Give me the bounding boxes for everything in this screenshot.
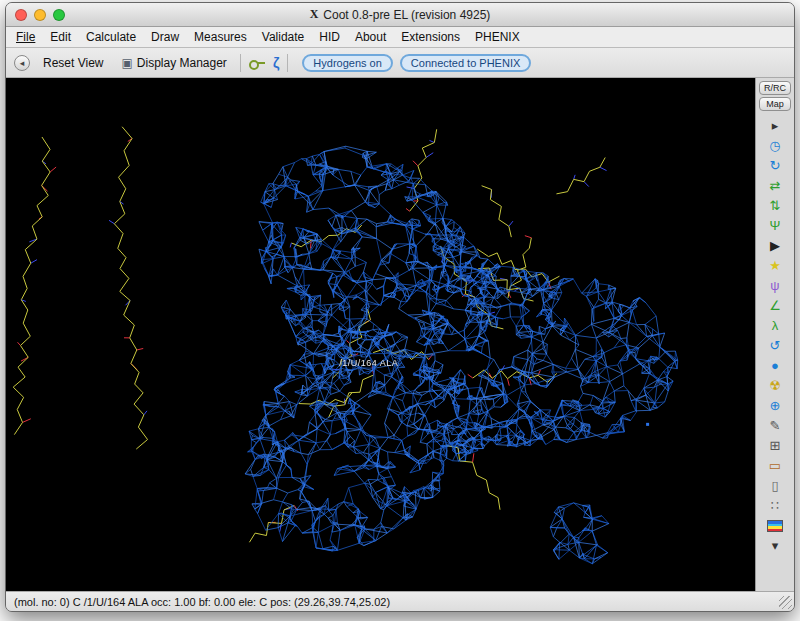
status-text: (mol. no: 0) C /1/U/164 ALA occ: 1.00 bf… bbox=[14, 596, 390, 608]
trash-icon[interactable]: ▯ bbox=[763, 476, 787, 495]
pencil-icon[interactable]: ✎ bbox=[763, 416, 787, 435]
menu-bar: FileEditCalculateDrawMeasuresValidateHID… bbox=[6, 27, 794, 48]
angle-icon[interactable]: ∠ bbox=[763, 296, 787, 315]
reset-view-button[interactable]: Reset View bbox=[38, 54, 108, 72]
undo-stack-icon[interactable]: ∷ bbox=[763, 496, 787, 515]
water-icon[interactable]: ● bbox=[763, 356, 787, 375]
toolbar-separator bbox=[240, 54, 241, 72]
resize-grip[interactable] bbox=[779, 596, 792, 609]
rotamer-icon[interactable]: Ψ bbox=[763, 216, 787, 235]
menu-file[interactable]: File bbox=[16, 30, 35, 44]
display-manager-label: Display Manager bbox=[137, 56, 227, 70]
axes-icon[interactable]: ⊕ bbox=[763, 396, 787, 415]
key-icon[interactable] bbox=[249, 59, 265, 67]
refresh-icon[interactable]: ↻ bbox=[763, 156, 787, 175]
menu-phenix[interactable]: PHENIX bbox=[475, 30, 520, 44]
eraser-icon[interactable]: ▭ bbox=[763, 456, 787, 475]
status-bar: (mol. no: 0) C /1/U/164 ALA occ: 1.00 bf… bbox=[6, 591, 794, 611]
sparkle-icon[interactable]: ★ bbox=[763, 256, 787, 275]
torsion-icon[interactable]: ψ bbox=[763, 276, 787, 295]
map-colors-icon[interactable] bbox=[763, 516, 787, 535]
molecule-viewport[interactable]: /1/U/164 ALA bbox=[6, 78, 756, 591]
map-button[interactable]: Map bbox=[759, 97, 791, 111]
clock-icon[interactable]: ◷ bbox=[763, 136, 787, 155]
zoom-button[interactable] bbox=[53, 9, 65, 21]
title-bar[interactable]: X Coot 0.8-pre EL (revision 4925) bbox=[6, 3, 794, 27]
x11-icon: X bbox=[310, 7, 319, 22]
right-sidebar: R/RC Map ▸◷↻⇄⇅Ψ▶★ψ∠λ↺●☢⊕✎⊞▭▯∷▾ bbox=[756, 78, 794, 591]
menu-validate[interactable]: Validate bbox=[262, 30, 304, 44]
menu-edit[interactable]: Edit bbox=[50, 30, 71, 44]
scroll-down-icon[interactable]: ▾ bbox=[763, 536, 787, 555]
menu-measures[interactable]: Measures bbox=[194, 30, 247, 44]
menu-draw[interactable]: Draw bbox=[151, 30, 179, 44]
map-colors-icon bbox=[767, 520, 783, 532]
menu-calculate[interactable]: Calculate bbox=[86, 30, 136, 44]
phenix-connection-badge[interactable]: Connected to PHENIX bbox=[400, 54, 531, 72]
swap-arrows-icon[interactable]: ⇄ bbox=[763, 176, 787, 195]
up-down-arrows-icon[interactable]: ⇅ bbox=[763, 196, 787, 215]
ligand-icon[interactable]: ζ bbox=[273, 55, 279, 71]
window-title-text: Coot 0.8-pre EL (revision 4925) bbox=[323, 8, 490, 22]
menu-about[interactable]: About bbox=[355, 30, 386, 44]
toolbar-arrow-icon[interactable]: ▸ bbox=[763, 116, 787, 135]
window-title: X Coot 0.8-pre EL (revision 4925) bbox=[310, 7, 491, 22]
display-manager-button[interactable]: ▣ Display Manager bbox=[116, 54, 231, 72]
add-box-icon[interactable]: ⊞ bbox=[763, 436, 787, 455]
toolbar-separator bbox=[287, 54, 288, 72]
toolbar: ◂ Reset View ▣ Display Manager ζ Hydroge… bbox=[6, 48, 794, 78]
menu-extensions[interactable]: Extensions bbox=[401, 30, 460, 44]
close-button[interactable] bbox=[15, 9, 27, 21]
bond-icon[interactable]: λ bbox=[763, 316, 787, 335]
menu-hid[interactable]: HID bbox=[319, 30, 340, 44]
hydrogens-toggle[interactable]: Hydrogens on bbox=[302, 54, 393, 72]
minimize-button[interactable] bbox=[34, 9, 46, 21]
density-mesh-canvas[interactable] bbox=[6, 78, 755, 591]
coot-window: X Coot 0.8-pre EL (revision 4925) FileEd… bbox=[5, 2, 795, 612]
reset-view-label: Reset View bbox=[43, 56, 103, 70]
display-manager-icon: ▣ bbox=[121, 56, 132, 70]
play-icon[interactable]: ▶ bbox=[763, 236, 787, 255]
rrc-button[interactable]: R/RC bbox=[759, 81, 791, 95]
toolbar-collapse-button[interactable]: ◂ bbox=[14, 55, 30, 71]
sidebar-icon-strip: ▸◷↻⇄⇅Ψ▶★ψ∠λ↺●☢⊕✎⊞▭▯∷▾ bbox=[763, 116, 787, 555]
flip-icon[interactable]: ↺ bbox=[763, 336, 787, 355]
radiation-icon[interactable]: ☢ bbox=[763, 376, 787, 395]
